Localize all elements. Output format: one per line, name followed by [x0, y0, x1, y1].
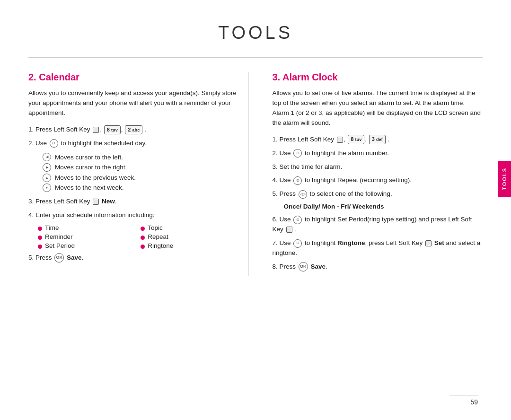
calendar-step-4: 4. Enter your schedule information inclu…	[28, 210, 239, 220]
nav-right-icon	[43, 163, 51, 172]
nav-up-icon	[43, 174, 51, 182]
calendar-sub-directions: Moves cursor to the left. Moves cursor t…	[43, 152, 239, 193]
bottom-divider	[449, 395, 478, 395]
alarm-key-3: 3 def	[369, 135, 386, 144]
bullet-reminder: Reminder	[38, 233, 136, 240]
direction-left: Moves cursor to the left.	[43, 152, 239, 163]
alarm-press-nav: ◁▷	[299, 190, 307, 199]
key-2: 2 abc	[125, 125, 142, 134]
side-tab-label: TOOLS	[502, 167, 507, 190]
alarm-key-8: 8 tuv	[348, 135, 364, 144]
alarm-highlight-line: Once/ Daily/ Mon - Fri/ Weekends	[284, 203, 483, 210]
alarm-step-3: 3. Set the time for alarm.	[273, 162, 483, 172]
bullet-dot	[38, 227, 42, 231]
bullet-repeat: Repeat	[141, 233, 238, 240]
right-column: 3. Alarm Clock Allows you to set one of …	[268, 72, 483, 276]
alarm-ok-icon: OK	[299, 262, 308, 271]
alarm-lsk-1	[337, 137, 343, 143]
bullet-dot	[141, 236, 145, 240]
left-column: 2. Calendar Allows you to conveniently k…	[28, 72, 249, 276]
bullet-dot	[38, 245, 42, 249]
direction-down: Moves to the next week.	[43, 183, 239, 193]
key-8: 8 tuv	[104, 125, 121, 134]
bullet-set-period: Set Period	[38, 242, 136, 249]
nav-down-icon	[43, 184, 51, 192]
calendar-heading: 2. Calendar	[28, 72, 239, 83]
page-number: 59	[470, 398, 478, 406]
alarm-heading: 3. Alarm Clock	[273, 72, 483, 83]
alarm-step-5: 5. Press ◁▷ to select one of the followi…	[273, 189, 483, 199]
bullet-dot	[141, 245, 145, 249]
bullet-dot	[141, 227, 145, 231]
alarm-step-6: 6. Use ⊙ to highlight Set Period(ring ty…	[273, 215, 483, 235]
alarm-step-2: 2. Use ⊙ to highlight the alarm number.	[273, 149, 483, 158]
calendar-step-5: 5. Press OK Save.	[28, 253, 239, 263]
calendar-intro: Allows you to conveniently keep and acce…	[28, 88, 239, 118]
calendar-step-2: 2. Use ⊙ to highlight the scheduled day.	[28, 139, 239, 149]
alarm-scroll-6: ⊙	[293, 216, 302, 224]
lsk-icon-step3	[93, 199, 99, 205]
alarm-step-4: 4. Use ⊙ to highlight Repeat (recurring …	[273, 175, 483, 185]
direction-up: Moves to the previous week.	[43, 173, 239, 183]
bullet-topic: Topic	[141, 224, 238, 231]
alarm-lsk-7	[425, 240, 432, 246]
top-divider	[28, 57, 483, 58]
direction-right: Moves cursor to the right.	[43, 162, 239, 173]
page-container: TOOLS 2. Calendar Allows you to convenie…	[0, 0, 511, 420]
alarm-lsk-6	[286, 227, 292, 233]
scroll-icon-up: ⊙	[50, 139, 58, 148]
bottom-section: 59	[449, 395, 478, 406]
alarm-step-1: 1. Press Left Soft Key , 8 tuv, 3 def .	[273, 135, 483, 145]
ok-icon: OK	[54, 253, 64, 262]
calendar-bullets: Time Topic Reminder Repeat Set Period Ri…	[38, 224, 239, 249]
alarm-step-8: 8. Press OK Save.	[273, 262, 483, 272]
bullet-ringtone: Ringtone	[141, 242, 238, 249]
bullet-dot	[38, 236, 42, 240]
content-columns: 2. Calendar Allows you to conveniently k…	[28, 72, 483, 276]
side-tab: TOOLS	[498, 161, 511, 197]
alarm-step-7: 7. Use ⊙ to highlight Ringtone, press Le…	[273, 238, 483, 258]
left-soft-key-icon	[93, 127, 99, 133]
page-title: TOOLS	[28, 0, 483, 57]
calendar-step-3: 3. Press Left Soft Key New.	[28, 197, 239, 207]
alarm-scroll-4: ⊙	[293, 176, 302, 185]
bullet-time: Time	[38, 224, 136, 231]
calendar-step-1: 1. Press Left Soft Key , 8 tuv, 2 abc .	[28, 125, 239, 135]
alarm-scroll-2: ⊙	[293, 149, 302, 158]
alarm-scroll-7: ⊙	[293, 239, 302, 248]
alarm-intro: Allows you to set one of five alarms. Th…	[273, 88, 483, 128]
nav-left-icon	[43, 153, 51, 161]
